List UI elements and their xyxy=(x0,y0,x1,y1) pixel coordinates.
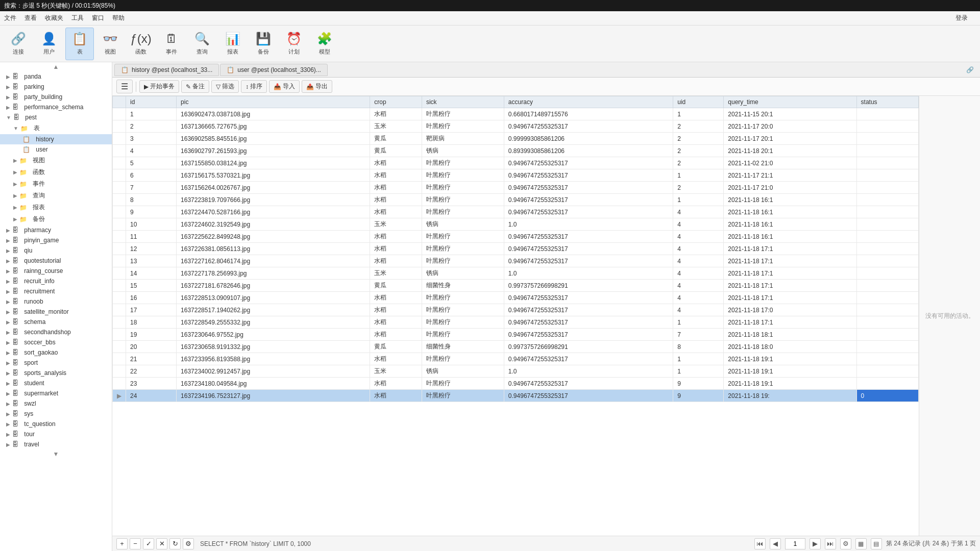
col-header-sick[interactable]: sick xyxy=(422,96,504,108)
cell-sick[interactable]: 叶黑粉疗 xyxy=(422,120,504,133)
cell-accuracy[interactable]: 0.6680171489715576 xyxy=(504,108,673,120)
sidebar-item-pest[interactable]: ▼ 🗄 pest xyxy=(0,112,112,122)
add-record-btn[interactable]: + xyxy=(116,538,128,549)
cell-id[interactable]: 5 xyxy=(126,157,177,169)
cell-id[interactable]: 17 xyxy=(126,304,177,316)
toolbar-connect[interactable]: 🔗连接 xyxy=(4,28,33,60)
cell-uid[interactable]: 4 xyxy=(673,292,724,304)
cell-accuracy[interactable]: 0.9496747255325317 xyxy=(504,120,673,133)
cell-status[interactable] xyxy=(856,316,918,329)
sidebar-item-parking[interactable]: ▶ 🗄 parking xyxy=(0,82,112,92)
cell-crop[interactable]: 水稻 xyxy=(370,206,422,218)
cell-pic[interactable]: 1637227178.256993.jpg xyxy=(177,267,370,280)
toolbar-table[interactable]: 📋表 xyxy=(65,28,94,60)
table-row[interactable]: 81637223819.7097666.jpg水稻叶黑粉疗0.949674725… xyxy=(113,194,919,206)
cell-id[interactable]: 14 xyxy=(126,267,177,280)
cell-pic[interactable]: 1636902797.261593.jpg xyxy=(177,145,370,157)
table-row[interactable]: 31636902585.845516.jpg黄瓜靶斑病0.99999308586… xyxy=(113,133,919,145)
cell-crop[interactable]: 水稻 xyxy=(370,169,422,182)
sidebar-item-pest-function[interactable]: ▶ 📁 函数 xyxy=(0,166,112,178)
cell-crop[interactable]: 水稻 xyxy=(370,353,422,365)
sidebar-item-rainng_course[interactable]: ▶ 🗄 rainng_course xyxy=(0,266,112,276)
cell-pic[interactable]: 1637233956.8193588.jpg xyxy=(177,353,370,365)
cell-sick[interactable]: 锈病 xyxy=(422,218,504,231)
cell-query_time[interactable]: 2021-11-02 21:0 xyxy=(724,157,856,169)
cell-crop[interactable]: 水稻 xyxy=(370,329,422,341)
cell-uid[interactable]: 2 xyxy=(673,182,724,194)
cell-accuracy[interactable]: 0.9496747255325317 xyxy=(504,255,673,267)
cell-sick[interactable]: 锈病 xyxy=(422,267,504,280)
cell-pic[interactable]: 1637224602.3192549.jpg xyxy=(177,218,370,231)
cell-crop[interactable]: 水稻 xyxy=(370,108,422,120)
cell-accuracy[interactable]: 0.9973757266998291 xyxy=(504,280,673,292)
cell-accuracy[interactable]: 0.9496747255325317 xyxy=(504,206,673,218)
cell-query_time[interactable]: 2021-11-17 20:0 xyxy=(724,120,856,133)
cell-id[interactable]: 22 xyxy=(126,365,177,378)
cell-pic[interactable]: 1637223819.7097666.jpg xyxy=(177,194,370,206)
cell-status[interactable] xyxy=(856,133,918,145)
cell-sick[interactable]: 叶黑粉疗 xyxy=(422,353,504,365)
cell-id[interactable]: 12 xyxy=(126,243,177,255)
cell-crop[interactable]: 玉米 xyxy=(370,267,422,280)
sidebar-scroll-up[interactable]: ▲ xyxy=(0,62,112,71)
cell-crop[interactable]: 水稻 xyxy=(370,243,422,255)
cell-accuracy[interactable]: 0.9496747255325317 xyxy=(504,329,673,341)
table-row[interactable]: 51637155850.038124.jpg水稻叶黑粉疗0.9496747255… xyxy=(113,157,919,169)
next-page-btn[interactable]: ▶ xyxy=(810,538,821,549)
cell-accuracy[interactable]: 1.0 xyxy=(504,365,673,378)
sidebar-item-user[interactable]: 📋 user xyxy=(0,144,112,155)
sidebar-item-pinyin_game[interactable]: ▶ 🗄 pinyin_game xyxy=(0,235,112,245)
cell-query_time[interactable]: 2021-11-18 17:1 xyxy=(724,316,856,329)
cell-crop[interactable]: 水稻 xyxy=(370,304,422,316)
table-row[interactable]: 151637227181.6782646.jpg黄瓜细菌性身0.99737572… xyxy=(113,280,919,292)
cell-sick[interactable]: 叶黑粉疗 xyxy=(422,316,504,329)
cell-crop[interactable]: 黄瓜 xyxy=(370,145,422,157)
toolbar-user[interactable]: 👤用户 xyxy=(35,28,63,60)
col-header-crop[interactable]: crop xyxy=(370,96,422,108)
cell-crop[interactable]: 水稻 xyxy=(370,157,422,169)
cell-crop[interactable]: 水稻 xyxy=(370,231,422,243)
delete-record-btn[interactable]: − xyxy=(130,538,141,549)
sidebar-item-pest-query[interactable]: ▶ 📁 查询 xyxy=(0,190,112,202)
cell-crop[interactable]: 水稻 xyxy=(370,378,422,390)
cell-crop[interactable]: 玉米 xyxy=(370,218,422,231)
sidebar-item-secondhandshop[interactable]: ▶ 🗄 secondhandshop xyxy=(0,327,112,337)
cell-uid[interactable]: 1 xyxy=(673,169,724,182)
cell-uid[interactable]: 2 xyxy=(673,157,724,169)
cell-sick[interactable]: 细菌性身 xyxy=(422,341,504,353)
cell-status[interactable] xyxy=(856,218,918,231)
cell-pic[interactable]: 1637226381.0856113.jpg xyxy=(177,243,370,255)
menu-favorites[interactable]: 收藏夹 xyxy=(45,14,63,22)
cell-crop[interactable]: 水稻 xyxy=(370,390,422,402)
cell-uid[interactable]: 4 xyxy=(673,280,724,292)
cell-query_time[interactable]: 2021-11-17 21:0 xyxy=(724,182,856,194)
cell-id[interactable]: 11 xyxy=(126,231,177,243)
cell-query_time[interactable]: 2021-11-18 17:1 xyxy=(724,243,856,255)
cell-query_time[interactable]: 2021-11-18 17:1 xyxy=(724,280,856,292)
cell-accuracy[interactable]: 0.893993085861206 xyxy=(504,145,673,157)
sidebar-item-student[interactable]: ▶ 🗄 student xyxy=(0,378,112,388)
table-row[interactable]: 171637228517.1940262.jpg水稻叶黑粉疗0.94967472… xyxy=(113,304,919,316)
cell-crop[interactable]: 玉米 xyxy=(370,365,422,378)
sidebar-item-schema[interactable]: ▶ 🗄 schema xyxy=(0,317,112,327)
settings-btn[interactable]: ⚙ xyxy=(183,538,194,549)
table-row[interactable]: 41636902797.261593.jpg黄瓜锈病0.893993085861… xyxy=(113,145,919,157)
cell-query_time[interactable]: 2021-11-18 19: xyxy=(724,390,856,402)
cell-pic[interactable]: 1637136665.727675.jpg xyxy=(177,120,370,133)
cell-crop[interactable]: 水稻 xyxy=(370,316,422,329)
col-header-query_time[interactable]: query_time xyxy=(724,96,856,108)
col-header-uid[interactable]: uid xyxy=(673,96,724,108)
cell-accuracy[interactable]: 0.9973757266998291 xyxy=(504,341,673,353)
cell-pic[interactable]: 1637234180.049584.jpg xyxy=(177,378,370,390)
tab-history-tab[interactable]: 📋history @pest (localhost_33... xyxy=(114,64,219,76)
cell-accuracy[interactable]: 0.9496747255325317 xyxy=(504,304,673,316)
cell-accuracy[interactable]: 0.9496747255325317 xyxy=(504,243,673,255)
cell-sick[interactable]: 锈病 xyxy=(422,365,504,378)
sidebar-item-swzl[interactable]: ▶ 🗄 swzl xyxy=(0,398,112,409)
sidebar-item-runoob[interactable]: ▶ 🗄 runoob xyxy=(0,296,112,307)
form-view-btn[interactable]: ▤ xyxy=(871,538,882,549)
col-header-status[interactable]: status xyxy=(856,96,918,108)
cell-pic[interactable]: 1637230658.9191332.jpg xyxy=(177,341,370,353)
cell-query_time[interactable]: 2021-11-18 18:1 xyxy=(724,329,856,341)
cell-sick[interactable]: 叶黑粉疗 xyxy=(422,169,504,182)
